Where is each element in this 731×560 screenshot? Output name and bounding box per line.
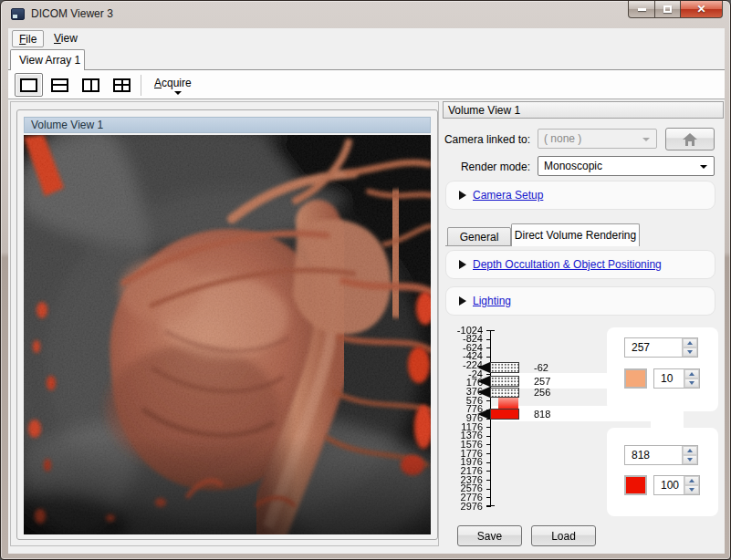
- save-button[interactable]: Save: [457, 525, 522, 546]
- tf-tick-mark: [486, 480, 491, 481]
- tf-tick-mark: [486, 339, 491, 340]
- collapsed-arrow-icon: [459, 260, 466, 269]
- marker-arrow-icon: [477, 409, 490, 420]
- marker-arrow-icon: [477, 362, 490, 373]
- tf-tick-mark: [486, 471, 491, 472]
- spin-down-button[interactable]: [684, 485, 699, 494]
- marker-value-label: 256: [534, 387, 550, 398]
- app-window: DICOM Viewer 3 ✕ File View View Array 1 …: [0, 0, 731, 560]
- tf-tick-mark: [486, 436, 491, 437]
- camera-home-button[interactable]: [665, 128, 715, 150]
- layout-grid-button[interactable]: [108, 73, 136, 97]
- spin-down-button[interactable]: [683, 347, 697, 357]
- tf-marker-818[interactable]: [477, 409, 519, 420]
- render-mode-select[interactable]: Monoscopic: [538, 156, 715, 176]
- spin-down-icon: [689, 381, 694, 385]
- close-icon: ✕: [696, 4, 705, 15]
- toolbar: Acquire: [8, 69, 725, 99]
- tf-tick-mark: [486, 489, 491, 490]
- marker-swatch: [490, 376, 519, 387]
- spin-down-icon: [687, 350, 693, 354]
- menu-file[interactable]: File: [12, 30, 44, 47]
- depth-occultation-group: Depth Occultation & Object Positioning: [445, 250, 715, 279]
- tf-tick-mark: [486, 347, 491, 348]
- spin-down-button[interactable]: [684, 379, 699, 388]
- minimize-button[interactable]: [628, 1, 655, 18]
- tf-tick-mark: [486, 357, 491, 358]
- layout-single-button[interactable]: [15, 73, 43, 97]
- spin-up-icon: [687, 449, 693, 452]
- close-button[interactable]: ✕: [681, 1, 723, 18]
- tf-tick-mark: [486, 400, 491, 401]
- collapsed-arrow-icon: [459, 191, 466, 200]
- maximize-icon: [663, 5, 672, 13]
- tf-tick-label: 2976: [428, 502, 483, 512]
- tab-view-array-1[interactable]: View Array 1: [10, 49, 85, 70]
- tf-tick-mark: [486, 462, 491, 463]
- marker-swatch: [490, 362, 519, 373]
- tf-tick-mark: [486, 427, 491, 428]
- volume-view-panel: Volume View 1: [16, 109, 438, 540]
- toolbar-separator: [141, 75, 141, 96]
- tab-general[interactable]: General: [447, 227, 511, 246]
- camera-linked-label: Camera linked to:: [433, 133, 530, 146]
- camera-setup-group: Camera Setup: [445, 181, 715, 210]
- tf-tick-mark: [486, 506, 491, 507]
- layout-split-vertical-icon: [82, 78, 99, 92]
- tf-marker-257[interactable]: [477, 376, 519, 387]
- layout-grid-icon: [113, 78, 131, 92]
- lighting-group: Lighting: [445, 286, 715, 316]
- minimize-icon: [638, 8, 646, 11]
- tf-marker--62[interactable]: [477, 362, 519, 373]
- marker-swatch: [490, 409, 519, 420]
- tf-tick-mark: [486, 453, 491, 454]
- editor-panel-818: [607, 428, 718, 516]
- app-icon: [11, 8, 25, 20]
- home-icon: [683, 133, 697, 146]
- camera-linked-select[interactable]: ( none ): [538, 129, 657, 149]
- layout-split-horizontal-icon: [51, 78, 68, 92]
- volume-view-header[interactable]: Volume View 1: [24, 117, 431, 133]
- layout-split-vertical-button[interactable]: [77, 73, 105, 97]
- menu-bar: File View: [8, 28, 725, 49]
- tab-direct-volume-rendering[interactable]: Direct Volume Rendering: [511, 223, 640, 246]
- spin-down-button[interactable]: [683, 455, 697, 464]
- position-spinbox-818[interactable]: 818: [624, 445, 698, 465]
- volume-render-image: [24, 135, 431, 534]
- marker-value-label: 257: [534, 376, 550, 387]
- opacity-spinbox-257[interactable]: 10: [653, 368, 700, 389]
- spin-up-icon: [687, 341, 693, 345]
- chevron-down-icon: [642, 138, 650, 141]
- tf-tick-mark: [486, 444, 491, 445]
- maximize-button[interactable]: [655, 1, 681, 18]
- client-area: File View View Array 1 Acquire Volume Vi…: [8, 28, 725, 554]
- chevron-down-icon: [700, 165, 707, 169]
- volume-render-viewport[interactable]: [24, 135, 431, 534]
- title-bar[interactable]: DICOM Viewer 3 ✕: [1, 1, 730, 28]
- spin-up-icon: [689, 372, 694, 376]
- spin-up-button[interactable]: [683, 446, 697, 455]
- layout-split-horizontal-button[interactable]: [46, 73, 74, 97]
- transfer-function-editor: -1024-824-624-424-224-241763765767769761…: [443, 320, 726, 519]
- camera-setup-link[interactable]: Camera Setup: [473, 189, 543, 202]
- spin-up-button[interactable]: [684, 369, 699, 379]
- menu-view[interactable]: View: [47, 30, 84, 47]
- color-swatch-818[interactable]: [624, 475, 647, 495]
- spin-up-icon: [689, 479, 694, 482]
- spin-up-button[interactable]: [684, 476, 699, 485]
- opacity-spinbox-818[interactable]: 100: [653, 475, 700, 495]
- acquire-button[interactable]: Acquire: [147, 73, 199, 97]
- tf-tick-mark: [486, 497, 491, 498]
- inspector-header: Volume View 1: [443, 101, 724, 119]
- depth-occultation-link[interactable]: Depth Occultation & Object Positioning: [473, 258, 662, 271]
- spin-down-icon: [687, 458, 693, 461]
- tf-marker-256[interactable]: [477, 387, 519, 398]
- spin-up-button[interactable]: [683, 338, 697, 347]
- color-swatch-257[interactable]: [624, 368, 647, 389]
- window-title: DICOM Viewer 3: [31, 7, 113, 20]
- spin-down-icon: [689, 488, 694, 492]
- tf-tick-mark: [486, 330, 491, 331]
- lighting-link[interactable]: Lighting: [473, 295, 511, 307]
- load-button[interactable]: Load: [531, 525, 596, 546]
- position-spinbox-257[interactable]: 257: [624, 337, 698, 358]
